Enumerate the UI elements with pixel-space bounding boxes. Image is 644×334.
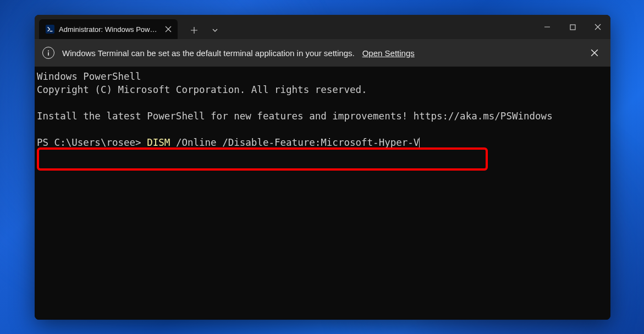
open-settings-link[interactable]: Open Settings <box>362 48 415 58</box>
tab-dropdown-button[interactable] <box>206 21 224 39</box>
info-message: Windows Terminal can be set as the defau… <box>62 48 355 58</box>
maximize-button[interactable] <box>560 15 585 39</box>
powershell-icon <box>46 25 54 34</box>
tab-close-button[interactable] <box>162 23 174 35</box>
tab-powershell[interactable]: Administrator: Windows PowerS <box>39 19 178 39</box>
tab-title: Administrator: Windows PowerS <box>59 25 158 34</box>
titlebar[interactable]: Administrator: Windows PowerS <box>35 15 610 39</box>
svg-rect-0 <box>570 25 575 30</box>
new-tab-button[interactable] <box>185 21 203 39</box>
text-cursor <box>419 138 420 149</box>
svg-rect-2 <box>48 52 49 56</box>
ps-header-2: Copyright (C) Microsoft Corporation. All… <box>37 84 367 95</box>
command-keyword: DISM <box>147 137 170 148</box>
info-icon <box>42 47 54 59</box>
prompt: PS C:\Users\rosee> <box>37 137 147 148</box>
command-args: /Online /Disable-Feature:Microsoft-Hyper… <box>170 137 419 148</box>
ps-info-line: Install the latest PowerShell for new fe… <box>37 111 553 122</box>
tab-actions <box>178 21 224 39</box>
minimize-button[interactable] <box>535 15 560 39</box>
window-controls <box>535 15 610 39</box>
svg-point-1 <box>48 51 49 52</box>
infobar-close-button[interactable] <box>586 45 603 61</box>
close-window-button[interactable] <box>585 15 610 39</box>
terminal-output[interactable]: Windows PowerShell Copyright (C) Microso… <box>35 67 610 320</box>
tabs-area: Administrator: Windows PowerS <box>35 15 535 39</box>
info-bar: Windows Terminal can be set as the defau… <box>35 39 610 67</box>
terminal-window: Administrator: Windows PowerS <box>35 15 610 320</box>
ps-header-1: Windows PowerShell <box>37 71 141 82</box>
